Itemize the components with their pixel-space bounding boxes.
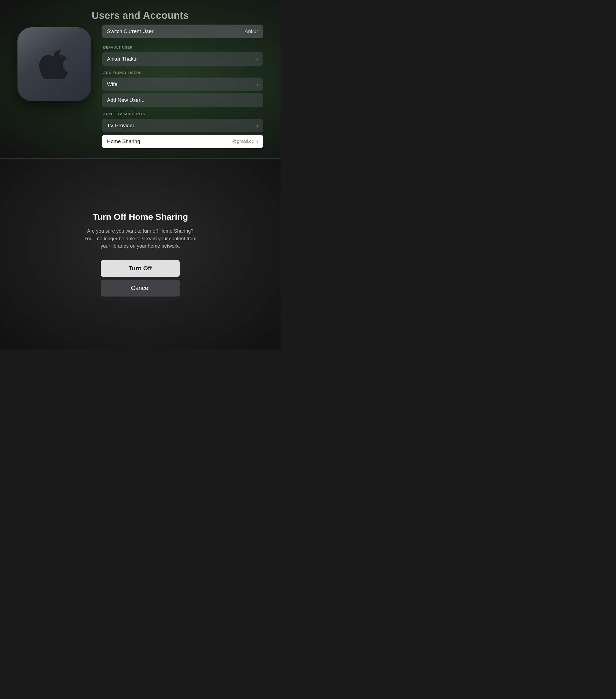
- dialog-title: Turn Off Home Sharing: [93, 212, 188, 222]
- section-label-default-user: DEFAULT USER: [102, 45, 263, 50]
- cancel-button[interactable]: Cancel: [101, 280, 180, 296]
- switch-current-user-label: Switch Current User: [107, 28, 153, 35]
- chevron-right-icon: ›: [257, 82, 258, 88]
- section-label-apple-tv-accounts: APPLE TV ACCOUNTS: [102, 112, 263, 116]
- dialog-message: Are you sure you want to turn off Home S…: [83, 227, 198, 250]
- chevron-right-icon: ›: [257, 139, 258, 144]
- ankur-thakur-label: Ankur Thakur: [107, 56, 138, 62]
- settings-row-add-new-user[interactable]: Add New User...: [102, 93, 263, 107]
- wife-label: Wife: [107, 81, 117, 88]
- home-sharing-row[interactable]: Home Sharing @gmail.cc ›: [102, 135, 263, 148]
- tv-provider-label: TV Provider: [107, 122, 134, 129]
- chevron-right-icon: ›: [257, 123, 258, 129]
- settings-row-tv-provider[interactable]: TV Provider ›: [102, 119, 263, 132]
- switch-current-user-value: Ankur: [244, 28, 258, 35]
- chevron-right-icon: ›: [257, 56, 258, 62]
- top-panel: Users and Accounts Switch Current User A…: [0, 0, 281, 158]
- settings-row-wife[interactable]: Wife ›: [102, 78, 263, 91]
- add-new-user-label: Add New User...: [107, 97, 144, 103]
- switch-current-user-row[interactable]: Switch Current User Ankur: [102, 25, 263, 38]
- apple-tv-device-icon: [17, 27, 91, 101]
- bottom-panel: Turn Off Home Sharing Are you sure you w…: [0, 158, 281, 350]
- dialog-buttons: Turn Off Cancel: [101, 260, 180, 296]
- device-icon-wrap: [17, 27, 91, 101]
- home-sharing-label: Home Sharing: [107, 139, 140, 144]
- turn-off-button[interactable]: Turn Off: [101, 260, 180, 277]
- apple-logo-icon: [39, 49, 69, 79]
- settings-row-ankur-thakur[interactable]: Ankur Thakur ›: [102, 52, 263, 66]
- settings-panel: Switch Current User Ankur DEFAULT USER A…: [102, 25, 263, 149]
- home-sharing-email: @gmail.cc: [232, 139, 254, 144]
- page-title: Users and Accounts: [92, 10, 189, 21]
- section-label-additional-users: ADDITIONAL USERS: [102, 71, 263, 75]
